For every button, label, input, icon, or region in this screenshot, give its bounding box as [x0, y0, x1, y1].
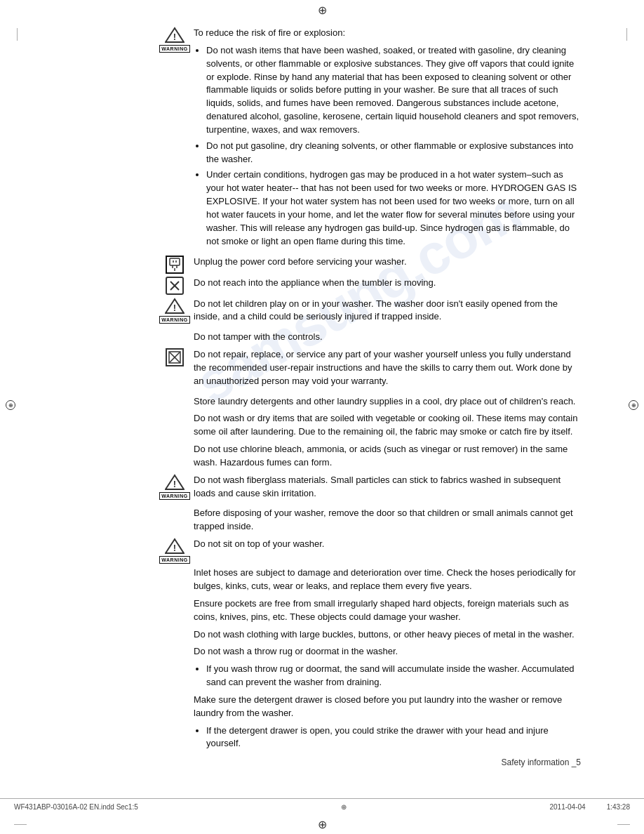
tamper-block: Do not tamper with the controls.	[161, 331, 581, 344]
store-block: Store laundry detergents and other laund…	[161, 395, 581, 409]
fire-warning-text: To reduce the risk of fire or explosion:…	[194, 27, 581, 253]
sit-block: ! WARNING Do not sit on top of your wash…	[161, 538, 581, 564]
svg-text:!: !	[173, 543, 176, 553]
top-reg-mark: ⊕	[318, 4, 327, 17]
children-text: Do not let children play on or in your w…	[194, 298, 581, 329]
pockets-para: Ensure pockets are free from small irreg…	[194, 597, 581, 624]
buckles-block: Do not wash clothing with large buckles,…	[161, 628, 581, 642]
bottom-reg-mark: ⊕	[318, 818, 327, 831]
fire-warning-icon: ! WARNING	[161, 27, 188, 53]
rug-para: Do not wash a throw rug or doormat in th…	[194, 645, 581, 658]
page: ⊕ ⊕ ⊕ samsung.com ! WARNING To redu	[0, 0, 644, 834]
footer-date: 2011-04-04	[549, 803, 585, 811]
hoses-block: Inlet hoses are subject to damage and de…	[161, 567, 581, 593]
sit-text: Do not sit on top of your washer.	[194, 538, 581, 555]
fiberglass-text: Do not wash fiberglass materials. Small …	[194, 474, 581, 505]
unplug-block: Unplug the power cord before servicing y…	[161, 256, 581, 274]
fiberglass-icon: ! WARNING	[161, 474, 188, 500]
buckles-para: Do not wash clothing with large buckles,…	[194, 628, 581, 642]
repair-icon	[161, 348, 188, 366]
fire-heading: To reduce the risk of fire or explosion:	[194, 27, 581, 40]
footer-center: ⊕	[341, 803, 347, 811]
footer: WF431ABP-03016A-02 EN.indd Sec1:5 ⊕ 2011…	[0, 798, 644, 815]
repair-symbol	[166, 348, 184, 366]
footer-left: WF431ABP-03016A-02 EN.indd Sec1:5	[14, 803, 138, 811]
unplug-text: Unplug the power cord before servicing y…	[194, 256, 581, 273]
detergent-bullets: If the detergent drawer is open, you cou…	[206, 724, 581, 751]
children-para: Do not let children play on or in your w…	[194, 298, 581, 324]
bottom-marks: ⊕	[0, 815, 644, 834]
sit-icon: ! WARNING	[161, 538, 188, 564]
fiberglass-para: Do not wash fiberglass materials. Small …	[194, 474, 581, 501]
rug-bullet-1: If you wash throw rug or doormat, the sa…	[206, 663, 581, 689]
oil-block: Do not wash or dry items that are soiled…	[161, 412, 581, 439]
oil-para: Do not wash or dry items that are soiled…	[194, 412, 581, 439]
bleach-para: Do not use chlorine bleach, ammonia, or …	[194, 443, 581, 470]
svg-text:!: !	[173, 303, 176, 313]
main-content: ! WARNING To reduce the risk of fire or …	[161, 27, 581, 767]
tumbler-symbol	[166, 277, 184, 295]
warning-label-fiberglass: WARNING	[159, 492, 189, 500]
fire-bullets: Do not wash items that have been washed,…	[206, 44, 581, 249]
detergent-bullet-1: If the detergent drawer is open, you cou…	[206, 724, 581, 751]
bleach-block: Do not use chlorine bleach, ammonia, or …	[161, 443, 581, 470]
unplug-para: Unplug the power cord before servicing y…	[194, 256, 581, 269]
side-reg-mark-left: ⊕	[6, 400, 15, 410]
tumbler-text: Do not reach into the appliance when the…	[194, 277, 581, 294]
rug-bullets: If you wash throw rug or doormat, the sa…	[206, 663, 581, 689]
detergent-block: Make sure the detergent drawer is closed…	[161, 694, 581, 750]
pockets-block: Ensure pockets are free from small irreg…	[161, 597, 581, 624]
dispose-block: Before disposing of your washer, remove …	[161, 507, 581, 534]
tumbler-block: Do not reach into the appliance when the…	[161, 277, 581, 295]
footer-reg-mark: ⊕	[341, 803, 347, 811]
children-block: ! WARNING Do not let children play on or…	[161, 298, 581, 329]
bottom-mark-line-left	[14, 824, 27, 825]
hoses-para: Inlet hoses are subject to damage and de…	[194, 567, 581, 593]
dispose-para: Before disposing of your washer, remove …	[194, 507, 581, 534]
svg-rect-2	[170, 258, 180, 265]
warning-label-children: WARNING	[159, 316, 189, 324]
children-icon: ! WARNING	[161, 298, 188, 324]
rug-block: Do not wash a throw rug or doormat in th…	[161, 645, 581, 689]
fire-bullet-2: Do not put gasoline, dry cleaning solven…	[206, 140, 581, 166]
store-para: Store laundry detergents and other laund…	[194, 395, 581, 409]
unplug-icon	[161, 256, 188, 274]
fiberglass-block: ! WARNING Do not wash fiberglass materia…	[161, 474, 581, 505]
bottom-mark-line-right	[617, 824, 630, 825]
detergent-para: Make sure the detergent drawer is closed…	[194, 694, 581, 720]
page-label: Safety information _5	[161, 757, 581, 767]
warning-label-fire: WARNING	[159, 45, 189, 53]
fire-bullet-3: Under certain conditions, hydrogen gas m…	[206, 168, 581, 248]
side-reg-mark-right: ⊕	[629, 400, 638, 410]
footer-right: 2011-04-04 1:43:28	[549, 803, 630, 811]
fire-bullet-1: Do not wash items that have been washed,…	[206, 44, 581, 137]
repair-block: Do not repair, replace, or service any p…	[161, 348, 581, 392]
unplug-symbol	[166, 256, 184, 274]
sit-para: Do not sit on top of your washer.	[194, 538, 581, 551]
tumbler-icon	[161, 277, 188, 295]
fire-warning-block: ! WARNING To reduce the risk of fire or …	[161, 27, 581, 253]
tamper-para: Do not tamper with the controls.	[194, 331, 581, 344]
svg-text:!: !	[173, 479, 176, 489]
repair-text: Do not repair, replace, or service any p…	[194, 348, 581, 392]
svg-text:!: !	[173, 32, 176, 42]
tumbler-para: Do not reach into the appliance when the…	[194, 277, 581, 290]
footer-time: 1:43:28	[607, 803, 630, 811]
repair-para: Do not repair, replace, or service any p…	[194, 348, 581, 388]
warning-label-sit: WARNING	[159, 556, 189, 564]
